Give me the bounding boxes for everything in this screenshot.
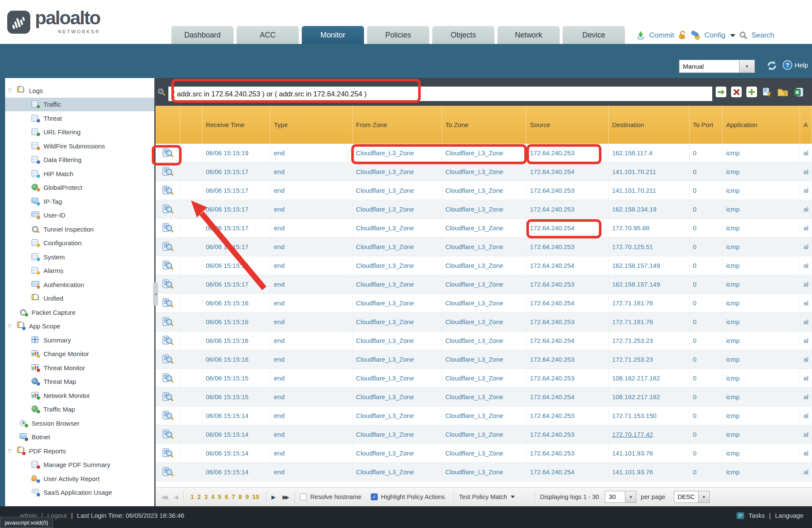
tab-network[interactable]: Network [497, 26, 560, 44]
cell-application[interactable]: icmp [722, 200, 800, 218]
cell-action[interactable]: al [800, 463, 812, 481]
cell-to-port[interactable]: 0 [690, 406, 723, 425]
log-detail-cell[interactable] [156, 406, 180, 425]
sidebar-item-tunnel-inspection[interactable]: Tunnel Inspection [5, 222, 154, 236]
cell-to-port[interactable]: 0 [690, 294, 723, 312]
cell-source[interactable]: 172.64.240.253 [526, 369, 609, 387]
cell-action[interactable]: al [800, 350, 812, 368]
cell-to-zone[interactable]: Cloudflare_L3_Zone [442, 219, 527, 237]
cell-to-zone[interactable]: Cloudflare_L3_Zone [442, 181, 527, 200]
config-button[interactable]: Config [705, 31, 725, 40]
cell-action[interactable]: al [800, 162, 812, 181]
per-page-select[interactable]: 30 [605, 491, 636, 503]
cell-to-port[interactable]: 0 [690, 388, 723, 406]
cell-from-zone[interactable]: Cloudflare_L3_Zone [353, 162, 442, 181]
cell-destination[interactable]: 141.101.70.211 [609, 162, 690, 181]
cell-action[interactable]: al [800, 313, 812, 331]
cell-action[interactable]: al [800, 369, 812, 387]
cell-from-zone[interactable]: Cloudflare_L3_Zone [353, 144, 442, 162]
cell-receive-time[interactable]: 06/06 15:15:17 [202, 238, 271, 256]
sidebar-item-wildfire-submissions[interactable]: WildFire Submissions [5, 139, 154, 153]
cell-to-zone[interactable]: Cloudflare_L3_Zone [442, 463, 527, 481]
cell-from-zone[interactable]: Cloudflare_L3_Zone [353, 331, 442, 350]
highlight-policy-actions-checkbox[interactable] [371, 493, 378, 500]
cell-application[interactable]: icmp [722, 463, 800, 481]
cell-source[interactable]: 172.64.240.254 [526, 463, 609, 481]
sidebar-item-user-activity-report[interactable]: User Activity Report [5, 472, 154, 486]
cell-from-zone[interactable]: Cloudflare_L3_Zone [353, 444, 442, 462]
page-6[interactable]: 6 [225, 493, 228, 500]
unlock-icon[interactable] [678, 31, 687, 40]
sidebar-item-session-browser[interactable]: Session Browser [5, 416, 154, 430]
cell-receive-time[interactable]: 06/06 15:15:16 [202, 331, 271, 350]
cell-to-zone[interactable]: Cloudflare_L3_Zone [442, 369, 527, 387]
log-detail-cell[interactable] [156, 331, 180, 350]
cell-receive-time[interactable]: 06/06 15:15:14 [202, 425, 271, 444]
cell-type[interactable]: end [270, 406, 353, 425]
log-detail-cell[interactable] [156, 200, 180, 218]
cell-to-port[interactable]: 0 [690, 425, 723, 444]
sidebar-item-traffic-map[interactable]: Traffic Map [5, 403, 154, 417]
cell-source[interactable]: 172.64.240.253 [526, 200, 609, 218]
apply-filter-button[interactable] [716, 87, 726, 97]
cell-receive-time[interactable]: 06/06 15:15:15 [202, 388, 271, 406]
cell-source[interactable]: 172.64.240.254 [526, 256, 609, 275]
per-page-dropdown-icon[interactable] [625, 491, 636, 503]
cell-destination[interactable]: 162.158.157.149 [609, 256, 690, 275]
cell-action[interactable]: al [800, 238, 812, 256]
log-filter-input[interactable] [168, 87, 712, 101]
cell-from-zone[interactable]: Cloudflare_L3_Zone [353, 256, 442, 275]
resolve-hostname-checkbox[interactable] [300, 493, 307, 500]
page-5[interactable]: 5 [218, 493, 221, 500]
cell-type[interactable]: end [270, 369, 353, 387]
cell-type[interactable]: end [270, 256, 353, 275]
cell-type[interactable]: end [270, 425, 353, 444]
cell-action[interactable]: al [800, 144, 812, 162]
cell-to-zone[interactable]: Cloudflare_L3_Zone [442, 200, 527, 218]
cell-receive-time[interactable]: 06/06 15:15:17 [202, 219, 271, 237]
column-header-a[interactable]: A [800, 106, 812, 144]
cell-source[interactable]: 172.64.240.254 [526, 294, 609, 312]
expander-icon[interactable] [8, 87, 14, 93]
cell-to-port[interactable]: 0 [690, 463, 723, 481]
cell-to-port[interactable]: 0 [690, 256, 723, 275]
config-icon[interactable] [691, 31, 701, 40]
cell-receive-time[interactable]: 06/06 15:15:17 [202, 181, 271, 200]
sidebar-item-network-monitor[interactable]: Network Monitor [5, 389, 154, 403]
cell-destination[interactable]: 141.101.70.211 [609, 181, 690, 200]
clear-filter-button[interactable] [731, 87, 742, 97]
cell-receive-time[interactable]: 06/06 15:15:17 [202, 256, 271, 275]
sidebar-item-user-id[interactable]: User-ID [5, 209, 154, 223]
sidebar-item-globalprotect[interactable]: GlobalProtect [5, 181, 154, 195]
cell-to-zone[interactable]: Cloudflare_L3_Zone [442, 144, 527, 162]
log-detail-cell[interactable] [156, 388, 180, 406]
test-policy-match-button[interactable]: Test Policy Match [459, 493, 507, 500]
load-filter-button[interactable] [777, 87, 789, 97]
cell-from-zone[interactable]: Cloudflare_L3_Zone [353, 219, 442, 237]
cell-to-port[interactable]: 0 [690, 219, 723, 237]
sidebar-item-change-monitor[interactable]: Change Monitor [5, 347, 154, 361]
cell-source[interactable]: 172.64.240.253 [526, 275, 609, 293]
cell-receive-time[interactable]: 06/06 15:15:16 [202, 313, 271, 331]
cell-receive-time[interactable]: 06/06 15:15:14 [202, 444, 271, 462]
cell-action[interactable]: al [800, 294, 812, 312]
cell-application[interactable]: icmp [722, 425, 800, 444]
cell-action[interactable]: al [800, 388, 812, 406]
cell-from-zone[interactable]: Cloudflare_L3_Zone [353, 425, 442, 444]
cell-source[interactable]: 172.64.240.254 [526, 331, 609, 350]
filter-builder-button[interactable] [762, 87, 773, 97]
cell-to-port[interactable]: 0 [690, 331, 723, 350]
cell-to-port[interactable]: 0 [690, 144, 723, 162]
page-9[interactable]: 9 [246, 493, 249, 500]
next-page-icon[interactable]: ▶ [272, 494, 276, 500]
cell-receive-time[interactable]: 06/06 15:15:17 [202, 275, 271, 293]
cell-action[interactable]: al [800, 200, 812, 218]
cell-type[interactable]: end [270, 200, 353, 218]
cell-destination[interactable]: 172.71.181.76 [609, 294, 690, 312]
cell-application[interactable]: icmp [722, 162, 800, 181]
cell-to-port[interactable]: 0 [690, 181, 723, 200]
log-detail-cell[interactable] [156, 219, 180, 237]
column-header-source[interactable]: Source [526, 106, 609, 144]
cell-from-zone[interactable]: Cloudflare_L3_Zone [353, 238, 442, 256]
cell-to-zone[interactable]: Cloudflare_L3_Zone [442, 294, 527, 312]
